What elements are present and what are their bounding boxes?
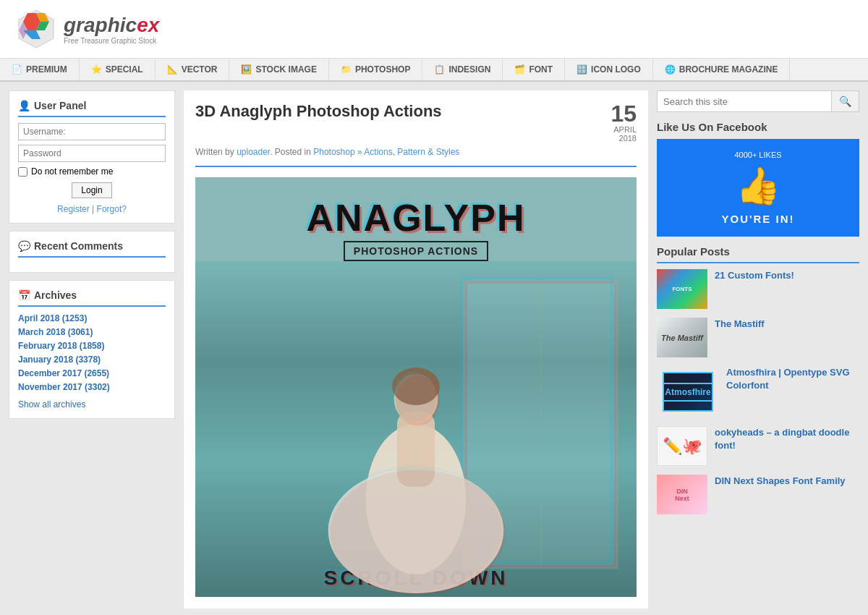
article-meta: Written by uploader. Posted in Photoshop… <box>195 147 637 157</box>
popular-item: DINNext DIN Next Shapes Font Family <box>657 475 859 514</box>
password-field[interactable] <box>18 145 166 162</box>
forgot-link[interactable]: Forgot? <box>97 204 127 214</box>
article-date: 15 APRIL 2018 <box>610 102 637 143</box>
login-button[interactable]: Login <box>72 182 111 198</box>
popular-item: The Mastiff The Mastiff <box>657 318 859 357</box>
popular-link-mastiff[interactable]: The Mastiff <box>715 318 765 331</box>
remember-me-checkbox[interactable] <box>18 167 27 177</box>
logo[interactable]: graphicex Free Treasure Graphic Stock <box>14 7 159 51</box>
author-link[interactable]: uploader <box>237 147 270 157</box>
list-item: November 2017 (3302) <box>18 381 166 392</box>
facebook-youre-in: YOU'RE IN! <box>721 213 794 225</box>
list-item: January 2018 (3378) <box>18 354 166 365</box>
logo-name: graphicex <box>64 14 159 37</box>
archive-link-dec2017[interactable]: December 2017 (2655) <box>18 368 109 378</box>
main-layout: 👤 User Panel Do not remember me Login Re… <box>0 82 868 615</box>
nav-label-premium: PREMIUM <box>26 64 67 75</box>
popular-item: ✏️🐙 ookyheads – a dingbat doodle font! <box>657 426 859 466</box>
article-header: 3D Anaglyph Photoshop Actions 15 APRIL 2… <box>195 102 637 143</box>
article-title: 3D Anaglyph Photoshop Actions <box>195 102 442 121</box>
user-icon: 👤 <box>18 100 30 111</box>
anaglyph-background: SCROLL DOWN <box>195 261 637 597</box>
nav-item-icon-logo[interactable]: 🔠 ICON LOGO <box>565 59 653 80</box>
facebook-likes: 4000+ LIKES <box>734 150 781 159</box>
register-link[interactable]: Register <box>57 204 90 214</box>
popular-thumb-3: Atmosfhire <box>663 372 713 412</box>
popular-link-din-next[interactable]: DIN Next Shapes Font Family <box>715 475 846 488</box>
sidebar: 👤 User Panel Do not remember me Login Re… <box>9 90 175 608</box>
nav-label-indesign: INDESIGN <box>448 64 490 75</box>
archive-link-feb2018[interactable]: February 2018 (1858) <box>18 341 104 351</box>
list-item: December 2017 (2655) <box>18 368 166 378</box>
nav-item-photoshop[interactable]: 📁 PHOTOSHOP <box>329 59 422 80</box>
nav-item-special[interactable]: ⭐ SPECIAL <box>80 59 156 80</box>
popular-thumb-4: ✏️🐙 <box>657 426 707 466</box>
svg-point-20 <box>326 466 502 591</box>
popular-link-custom-fonts[interactable]: 21 Custom Fonts! <box>715 269 794 282</box>
main-nav: 📄 PREMIUM ⭐ SPECIAL 📐 VECTOR 🖼️ STOCK IM… <box>0 59 868 82</box>
nav-item-indesign[interactable]: 📋 INDESIGN <box>422 59 503 80</box>
list-item: February 2018 (1858) <box>18 340 166 351</box>
remember-me-label: Do not remember me <box>31 166 113 177</box>
remember-me-row: Do not remember me <box>18 166 166 177</box>
nav-label-photoshop: PHOTOSHOP <box>355 64 410 75</box>
archive-list: April 2018 (1253) March 2018 (3061) Febr… <box>18 313 166 392</box>
logo-tagline: Free Treasure Graphic Stock <box>64 37 159 45</box>
nav-item-stock-image[interactable]: 🖼️ STOCK IMAGE <box>229 59 328 80</box>
archive-link-march2018[interactable]: March 2018 (3061) <box>18 327 93 337</box>
stock-image-icon: 🖼️ <box>241 64 252 75</box>
archive-link-april2018[interactable]: April 2018 (1253) <box>18 313 87 323</box>
logo-text-area: graphicex Free Treasure Graphic Stock <box>64 14 159 45</box>
recent-comments-panel: 💬 Recent Comments <box>9 231 175 273</box>
archive-icon: 📅 <box>18 289 30 301</box>
nav-item-premium[interactable]: 📄 PREMIUM <box>0 59 80 80</box>
nav-item-brochure[interactable]: 🌐 BROCHURE MAGAZINE <box>653 59 791 80</box>
popular-posts-title: Popular Posts <box>657 245 859 263</box>
comment-icon: 💬 <box>18 240 30 252</box>
facebook-section: Like Us On Facebook 4000+ LIKES 👍 YOU'RE… <box>657 121 859 237</box>
facebook-box[interactable]: 4000+ LIKES 👍 YOU'RE IN! <box>657 139 859 237</box>
nav-item-vector[interactable]: 📐 VECTOR <box>156 59 230 80</box>
right-panel: 🔍 Like Us On Facebook 4000+ LIKES 👍 YOU'… <box>657 90 859 608</box>
list-item: March 2018 (3061) <box>18 326 166 337</box>
username-field[interactable] <box>18 123 166 140</box>
article-divider <box>195 166 637 167</box>
logo-graphic: graphic <box>64 14 137 36</box>
anaglyph-title: ANAGLYPH <box>306 199 525 237</box>
archive-link-jan2018[interactable]: January 2018 (3378) <box>18 355 101 365</box>
figure-svg <box>322 308 510 597</box>
popular-thumb-5: DINNext <box>657 475 707 514</box>
popular-posts-section: Popular Posts FONTS 21 Custom Fonts! The… <box>657 245 859 523</box>
popular-link-ookyheads[interactable]: ookyheads – a dingbat doodle font! <box>715 426 859 452</box>
search-bar: 🔍 <box>657 90 859 112</box>
show-all-archives-link[interactable]: Show all archives <box>18 399 85 410</box>
anaglyph-subtitle: PHOTOSHOP ACTIONS <box>344 241 488 261</box>
premium-icon: 📄 <box>12 64 22 75</box>
font-icon: 🗂️ <box>514 64 525 75</box>
indesign-icon: 📋 <box>434 64 445 75</box>
logo-icon <box>14 7 58 51</box>
site-header: graphicex Free Treasure Graphic Stock <box>0 0 868 59</box>
article-month: APRIL 2018 <box>610 125 637 143</box>
archives-panel: 📅 Archives April 2018 (1253) March 2018 … <box>9 280 175 419</box>
icon-logo-icon: 🔠 <box>576 64 587 75</box>
user-panel-title: 👤 User Panel <box>18 100 166 117</box>
logo-ex: ex <box>137 14 159 36</box>
nav-label-vector: VECTOR <box>182 64 218 75</box>
nav-item-font[interactable]: 🗂️ FONT <box>503 59 565 80</box>
article-image: ANAGLYPH PHOTOSHOP ACTIONS <box>195 177 637 597</box>
popular-link-atmosfhira[interactable]: Atmosfhira | Opentype SVG Colorfont <box>726 366 859 392</box>
archive-link-nov2017[interactable]: November 2017 (3302) <box>18 382 110 392</box>
search-container: 🔍 <box>657 90 859 112</box>
popular-thumb-2: The Mastiff <box>657 318 707 357</box>
user-panel: 👤 User Panel Do not remember me Login Re… <box>9 90 175 224</box>
nav-label-stock-image: STOCK IMAGE <box>255 64 316 75</box>
search-button[interactable]: 🔍 <box>831 91 859 111</box>
search-input[interactable] <box>658 91 831 111</box>
article-content: 3D Anaglyph Photoshop Actions 15 APRIL 2… <box>184 90 648 608</box>
user-links: Register | Forgot? <box>18 204 166 214</box>
brochure-icon: 🌐 <box>665 64 676 75</box>
archives-title: 📅 Archives <box>18 289 166 307</box>
popular-thumb-1: FONTS <box>657 269 707 309</box>
category-link[interactable]: Photoshop » Actions, Pattern & Styles <box>313 147 459 157</box>
